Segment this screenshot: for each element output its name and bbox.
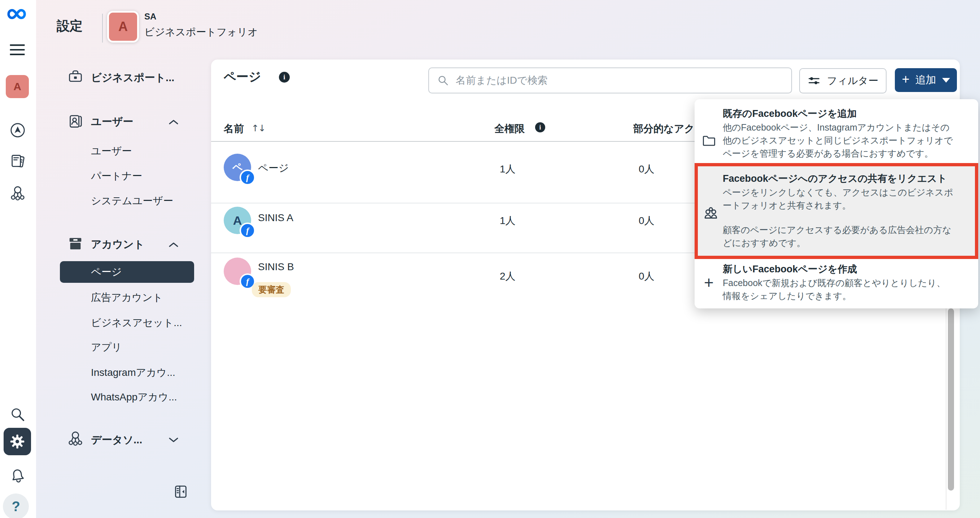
row-partial-access: 0人 (639, 214, 654, 227)
full-access-info-icon[interactable]: i (535, 122, 545, 132)
sidebar-item-system-users[interactable]: システムユーザー (91, 194, 173, 208)
facebook-letter: f (246, 226, 249, 235)
business-assets-icon[interactable] (10, 185, 26, 201)
row-name[interactable]: SINIS A (258, 212, 293, 224)
search-icon[interactable] (10, 406, 26, 423)
column-header-full-access[interactable]: 全権限 (494, 122, 525, 136)
pages-feed-icon[interactable] (10, 153, 26, 170)
row-name[interactable]: SINIS B (258, 261, 294, 273)
sidebar-item-ad-accounts[interactable]: 広告アカウント (91, 291, 163, 305)
facebook-badge-icon: f (240, 222, 256, 238)
help-button[interactable]: ? (3, 494, 29, 518)
page-avatar: A f (224, 207, 251, 234)
folder-icon (701, 132, 717, 148)
add-label: 追加 (915, 73, 936, 87)
page-avatar: f (224, 257, 251, 285)
sidebar-item-pages-label: ページ (60, 265, 122, 279)
menu-hamburger-icon[interactable] (10, 42, 25, 58)
add-button[interactable]: + 追加 (895, 68, 957, 92)
add-dropdown-menu: 既存のFacebookページを追加 他のFacebookページ、Instagra… (695, 99, 978, 308)
menu-item-title: Facebookページへのアクセスの共有をリクエスト (723, 172, 947, 185)
row-name[interactable]: ページ (258, 161, 289, 175)
help-glyph: ? (11, 499, 20, 515)
chevron-up-icon[interactable] (168, 241, 179, 249)
pages-info-icon[interactable]: i (279, 72, 290, 83)
menu-item-add-existing-page[interactable]: 既存のFacebookページを追加 他のFacebookページ、Instagra… (695, 99, 978, 163)
status-badge: 要審査 (252, 282, 291, 297)
menu-item-description: ページをリンクしなくても、アクセスはこのビジネスポートフォリオと共有されます。 (723, 186, 954, 212)
sidebar-item-whatsapp-accounts[interactable]: WhatsAppアカウ... (91, 390, 177, 404)
row-partial-access: 0人 (639, 162, 654, 176)
sidebar-item-instagram-accounts[interactable]: Instagramアカウ... (91, 366, 175, 380)
scrollbar-thumb[interactable] (948, 308, 954, 491)
section-title: ページ (224, 68, 261, 85)
menu-item-request-page-access-highlighted[interactable]: Facebookページへのアクセスの共有をリクエスト ページをリンクしなくても、… (695, 163, 978, 259)
gear-icon (10, 434, 25, 450)
plus-icon: + (704, 273, 714, 292)
rail-business-avatar[interactable]: A (6, 75, 29, 98)
menu-item-create-new-page[interactable]: + 新しいFacebookページを作成 Facebookで新規および既存の顧客と… (695, 259, 978, 308)
caret-down-icon (942, 78, 950, 83)
filter-button[interactable]: フィルター (799, 68, 886, 94)
sidebar-section-accounts[interactable]: アカウント (91, 237, 144, 252)
facebook-letter: f (246, 173, 249, 183)
menu-item-description-2: 顧客のページにアクセスする必要がある広告会社の方などにおすすめです。 (723, 223, 954, 249)
avatar-letter: A (233, 213, 242, 227)
portfolio-avatar-letter: A (118, 19, 128, 34)
briefcase-icon (67, 68, 84, 85)
sidebar-item-users[interactable]: ユーザー (91, 144, 132, 158)
page-avatar: ペ f (224, 154, 251, 181)
column-header-name[interactable]: 名前 (224, 122, 244, 136)
chevron-up-icon[interactable] (168, 118, 179, 126)
row-full-access: 1人 (500, 214, 515, 227)
scrollbar-track (946, 307, 947, 510)
settings-tab-selected[interactable] (3, 428, 31, 455)
chevron-down-icon[interactable] (168, 436, 179, 444)
rail-avatar-letter: A (13, 81, 21, 93)
sidebar-section-users[interactable]: ユーザー (91, 115, 133, 129)
search-box[interactable] (428, 67, 792, 94)
row-partial-access: 0人 (639, 270, 654, 283)
left-rail: A (0, 0, 36, 518)
sidebar-item-apps[interactable]: アプリ (91, 340, 122, 354)
meta-logo-icon[interactable] (6, 4, 29, 24)
sidebar-item-partners[interactable]: パートナー (91, 169, 142, 183)
menu-item-description: 他のFacebookページ、Instagramアカウントまたはその他のビジネスア… (723, 121, 954, 160)
portfolio-name[interactable]: ビジネスポートフォリオ (144, 25, 258, 39)
header-divider (102, 14, 103, 43)
menu-item-title: 新しいFacebookページを作成 (723, 262, 857, 276)
sidebar-item-business-assets[interactable]: ビジネスアセット... (91, 316, 182, 330)
search-input-icon (437, 74, 449, 87)
page-title: 設定 (57, 17, 83, 35)
collapse-sidebar-icon[interactable] (172, 483, 189, 500)
accounts-box-icon (67, 235, 84, 252)
portfolio-abbr: SA (144, 11, 156, 22)
id-card-icon (67, 113, 84, 129)
facebook-badge-icon: f (240, 170, 256, 186)
row-full-access: 1人 (500, 162, 515, 176)
portfolio-avatar[interactable]: A (107, 11, 139, 43)
app-screen: A (0, 0, 980, 518)
sort-icon[interactable]: ↑↓ (251, 123, 265, 133)
filter-sliders-icon (808, 74, 821, 87)
facebook-letter: f (246, 276, 249, 286)
sidebar-item-pages-selected[interactable]: ページ (60, 261, 194, 283)
menu-item-title: 既存のFacebookページを追加 (723, 107, 857, 120)
people-group-icon (703, 205, 719, 222)
search-input[interactable] (455, 74, 791, 87)
filter-label: フィルター (827, 74, 878, 87)
sidebar-item-business-portfolio[interactable]: ビジネスポート... (91, 71, 174, 85)
notifications-bell-icon[interactable] (10, 467, 26, 484)
ads-manager-icon[interactable] (10, 122, 26, 138)
menu-item-description: Facebookで新規および既存の顧客とやりとりしたり、情報をシェアしたりできま… (723, 276, 954, 302)
sidebar-section-data-sources[interactable]: データソ... (91, 433, 142, 447)
data-sources-icon (67, 430, 84, 446)
plus-icon: + (902, 72, 909, 87)
row-full-access: 2人 (500, 270, 515, 283)
